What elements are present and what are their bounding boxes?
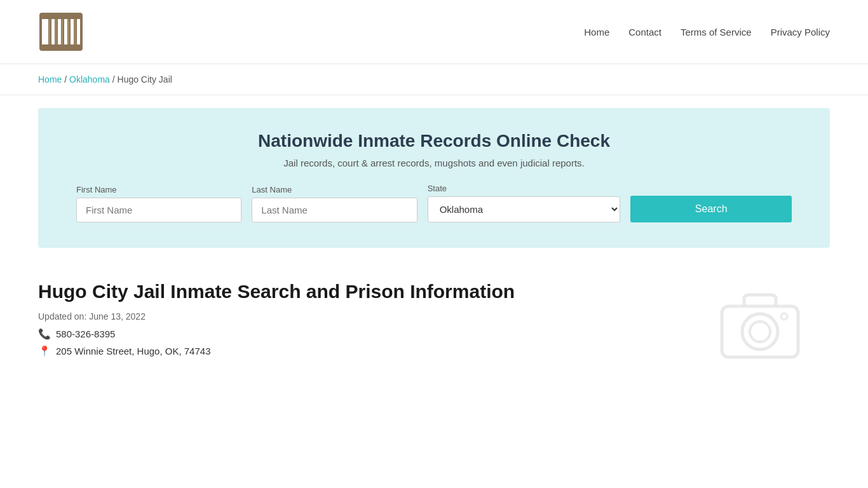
svg-point-16 [781, 313, 787, 320]
main-content: Hugo City Jail Inmate Search and Prison … [0, 261, 868, 383]
nav-home[interactable]: Home [584, 27, 609, 37]
breadcrumb-sep2: / [112, 74, 118, 85]
svg-point-15 [750, 322, 770, 342]
site-header: Home Contact Terms of Service Privacy Po… [0, 0, 868, 64]
last-name-label: Last Name [252, 185, 417, 194]
svg-rect-11 [68, 19, 69, 44]
phone-number: 580-326-8395 [56, 329, 115, 339]
breadcrumb-sep1: / [64, 74, 69, 85]
phone-info: 📞 580-326-8395 [38, 328, 830, 340]
nav-contact[interactable]: Contact [628, 27, 661, 37]
svg-rect-2 [41, 44, 81, 50]
first-name-input[interactable] [76, 198, 241, 222]
svg-rect-1 [41, 14, 81, 19]
breadcrumb-state[interactable]: Oklahoma [69, 74, 110, 85]
camera-placeholder [715, 287, 804, 363]
state-group: State Oklahoma Alabama Alaska Arizona Ar… [428, 184, 621, 222]
svg-rect-10 [62, 19, 63, 44]
camera-icon [715, 287, 804, 363]
banner-title: Nationwide Inmate Records Online Check [76, 131, 792, 151]
page-title: Hugo City Jail Inmate Search and Prison … [38, 281, 830, 302]
first-name-label: First Name [76, 185, 241, 194]
nav-terms[interactable]: Terms of Service [681, 27, 752, 37]
location-icon: 📍 [38, 345, 51, 357]
breadcrumb-home[interactable]: Home [38, 74, 62, 85]
state-select[interactable]: Oklahoma Alabama Alaska Arizona Arkansas… [428, 196, 621, 222]
svg-point-14 [742, 314, 778, 349]
search-banner: Nationwide Inmate Records Online Check J… [38, 108, 830, 248]
svg-rect-12 [74, 19, 76, 44]
breadcrumb-current: Hugo City Jail [118, 74, 172, 85]
updated-date: Updated on: June 13, 2022 [38, 311, 830, 322]
logo[interactable] [38, 11, 84, 52]
nav-privacy[interactable]: Privacy Policy [771, 27, 830, 37]
address-text: 205 Winnie Street, Hugo, OK, 74743 [56, 346, 210, 356]
main-nav: Home Contact Terms of Service Privacy Po… [584, 27, 830, 37]
breadcrumb: Home / Oklahoma / Hugo City Jail [0, 64, 868, 95]
logo-icon [38, 11, 84, 52]
address-info: 📍 205 Winnie Street, Hugo, OK, 74743 [38, 345, 830, 357]
search-form: First Name Last Name State Oklahoma Alab… [76, 184, 792, 222]
first-name-group: First Name [76, 185, 241, 222]
svg-rect-9 [55, 19, 57, 44]
search-button[interactable]: Search [630, 196, 792, 222]
last-name-input[interactable] [252, 198, 417, 222]
svg-rect-8 [49, 19, 50, 44]
last-name-group: Last Name [252, 185, 417, 222]
banner-subtitle: Jail records, court & arrest records, mu… [76, 158, 792, 168]
phone-icon: 📞 [38, 328, 51, 340]
state-label: State [428, 184, 621, 193]
